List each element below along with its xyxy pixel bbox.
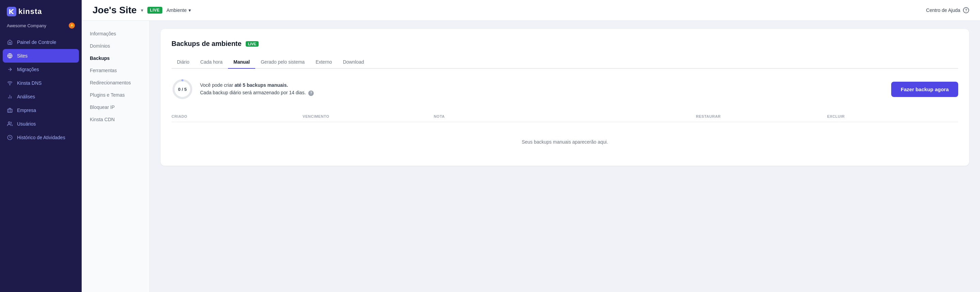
table-header: CRIADO VENCIMENTO NOTA RESTAURAR EXCLUIR (172, 111, 958, 122)
nav-analises[interactable]: Análises (0, 90, 82, 104)
empty-state: Seus backups manuais aparecerão aqui. (172, 129, 958, 155)
logo-area: kinsta (0, 0, 82, 20)
nav-label-kinsta-dns: Kinsta DNS (17, 80, 41, 86)
svg-rect-7 (8, 109, 12, 112)
topbar: Joe's Site ▾ LIVE Ambiente ▾ Centro de A… (82, 0, 980, 21)
tab-diario[interactable]: Diário (172, 56, 195, 69)
kinsta-logo-icon (7, 7, 16, 16)
notification-badge[interactable]: 🔔 (69, 22, 75, 29)
backup-info-left: 0 / 5 Você pode criar até 5 backups manu… (172, 78, 314, 100)
tab-download[interactable]: Download (337, 56, 369, 69)
card-header: Backups de ambiente LIVE (172, 40, 958, 48)
help-icon: ? (963, 7, 969, 13)
sub-nav-kinsta-cdn[interactable]: Kinsta CDN (82, 113, 150, 126)
main-content: Joe's Site ▾ LIVE Ambiente ▾ Centro de A… (82, 0, 980, 292)
nav-kinsta-dns[interactable]: Kinsta DNS (0, 76, 82, 90)
progress-ring: 0 / 5 (172, 78, 193, 100)
company-area: Awesome Company 🔔 (0, 20, 82, 35)
sub-nav-plugins-temas[interactable]: Plugins e Temas (82, 89, 150, 101)
ambiente-chevron-icon: ▾ (189, 8, 191, 13)
sub-nav-ferramentas[interactable]: Ferramentas (82, 64, 150, 77)
ambiente-label: Ambiente (166, 8, 186, 13)
site-title: Joe's Site (92, 5, 137, 16)
nav-historico[interactable]: Histórico de Atividades (0, 131, 82, 144)
tabs: Diário Cada hora Manual Gerado pelo sist… (172, 56, 958, 69)
company-name: Awesome Company (7, 23, 46, 28)
site-dropdown-arrow[interactable]: ▾ (141, 8, 143, 13)
tab-gerado-sistema[interactable]: Gerado pelo sistema (255, 56, 310, 69)
globe-icon (7, 53, 13, 59)
sub-nav-backups[interactable]: Backups (82, 52, 150, 64)
ambiente-dropdown[interactable]: Ambiente ▾ (166, 8, 191, 13)
nav-label-sites: Sites (17, 53, 27, 59)
page-body: Informações Domínios Backups Ferramentas… (82, 21, 980, 292)
home-icon (7, 39, 13, 45)
backup-description: Você pode criar até 5 backups manuais. C… (200, 82, 314, 96)
info-icon[interactable]: ? (308, 91, 314, 96)
sub-nav-bloquear-ip[interactable]: Bloquear IP (82, 101, 150, 113)
tab-externo[interactable]: Externo (310, 56, 337, 69)
tab-cada-hora[interactable]: Cada hora (195, 56, 228, 69)
bar-chart-icon (7, 94, 13, 100)
svg-point-8 (8, 122, 10, 123)
col-header-criado: CRIADO (172, 114, 302, 118)
notification-count: 🔔 (70, 24, 74, 27)
nav-label-empresa: Empresa (17, 107, 36, 113)
wifi-icon (7, 80, 13, 86)
help-label: Centro de Ajuda (926, 8, 960, 13)
sub-nav-informacoes[interactable]: Informações (82, 27, 150, 40)
col-header-restaurar: RESTAURAR (696, 114, 827, 118)
sub-sidebar: Informações Domínios Backups Ferramentas… (82, 21, 150, 292)
empty-message: Seus backups manuais aparecerão aqui. (522, 139, 608, 145)
card-title: Backups de ambiente (172, 40, 242, 48)
nav-sites[interactable]: Sites (3, 49, 79, 62)
nav-painel[interactable]: Painel de Controle (0, 35, 82, 49)
arrow-right-icon (7, 66, 13, 72)
col-header-nota: NOTA (434, 114, 696, 118)
users-icon (7, 121, 13, 127)
col-header-excluir: EXCLUIR (827, 114, 958, 118)
sub-nav-dominios[interactable]: Domínios (82, 40, 150, 52)
notification-dot: 🔔 (69, 22, 75, 29)
sidebar: kinsta Awesome Company 🔔 Painel de Contr… (0, 0, 82, 292)
nav-usuarios[interactable]: Usuários (0, 117, 82, 131)
backup-desc-line1: Você pode criar até 5 backups manuais. (200, 82, 314, 88)
kinsta-logo-text: kinsta (18, 7, 42, 16)
building-icon (7, 107, 13, 113)
progress-text: 0 / 5 (178, 87, 186, 92)
tab-manual[interactable]: Manual (228, 56, 255, 69)
live-badge-topbar: LIVE (147, 7, 163, 14)
content-area: Backups de ambiente LIVE Diário Cada hor… (150, 21, 980, 292)
backup-desc-line2: Cada backup diário será armazenado por 1… (200, 90, 314, 96)
fazer-backup-button[interactable]: Fazer backup agora (891, 82, 958, 97)
kinsta-logo: kinsta (7, 7, 42, 16)
nav-empresa[interactable]: Empresa (0, 104, 82, 117)
card-live-badge: LIVE (246, 41, 259, 46)
nav-label-migracoes: Migrações (17, 67, 39, 72)
sub-nav-redirecionamentos[interactable]: Redirecionamentos (82, 77, 150, 89)
topbar-right[interactable]: Centro de Ajuda ? (926, 7, 969, 13)
topbar-left: Joe's Site ▾ LIVE Ambiente ▾ (92, 5, 191, 16)
nav-label-analises: Análises (17, 94, 35, 99)
nav-migracoes[interactable]: Migrações (0, 62, 82, 76)
content-card: Backups de ambiente LIVE Diário Cada hor… (161, 29, 969, 166)
col-header-vencimento: VENCIMENTO (302, 114, 434, 118)
backup-info: 0 / 5 Você pode criar até 5 backups manu… (172, 78, 958, 100)
nav-label-usuarios: Usuários (17, 121, 36, 127)
nav-label-historico: Histórico de Atividades (17, 135, 65, 140)
nav-label-painel: Painel de Controle (17, 40, 56, 45)
clock-icon (7, 134, 13, 140)
